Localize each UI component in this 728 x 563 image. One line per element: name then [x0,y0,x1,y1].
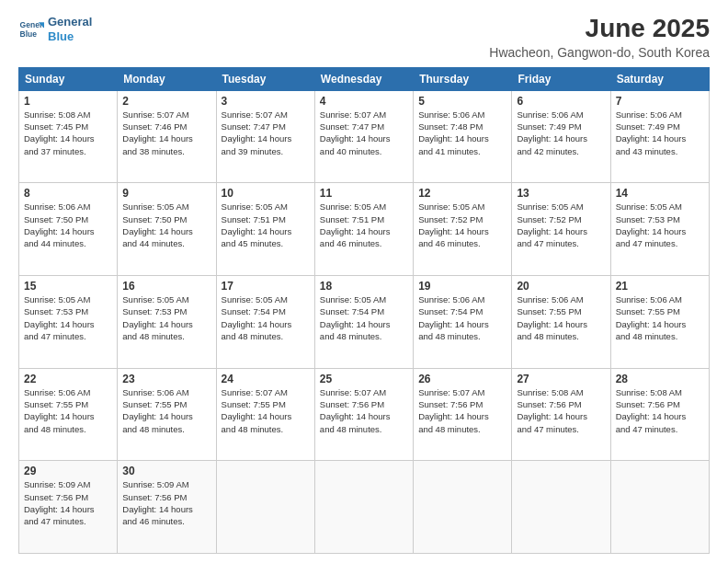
col-tuesday: Tuesday [216,67,314,90]
table-row: 14Sunrise: 5:05 AM Sunset: 7:53 PM Dayli… [610,183,709,276]
day-info: Sunrise: 5:06 AM Sunset: 7:50 PM Dayligh… [24,201,112,249]
logo-icon: General Blue [18,17,44,42]
table-row: 25Sunrise: 5:07 AM Sunset: 7:56 PM Dayli… [314,368,413,461]
table-row: 30Sunrise: 5:09 AM Sunset: 7:56 PM Dayli… [118,461,216,554]
table-row: 10Sunrise: 5:05 AM Sunset: 7:51 PM Dayli… [216,183,314,276]
day-info: Sunrise: 5:05 AM Sunset: 7:54 PM Dayligh… [222,293,310,342]
day-info: Sunrise: 5:08 AM Sunset: 7:45 PM Dayligh… [24,109,112,157]
day-number: 21 [616,280,704,293]
title-block: June 2025 Hwacheon, Gangwon-do, South Ko… [489,15,710,60]
day-number: 26 [418,373,506,385]
calendar-week-row: 29Sunrise: 5:09 AM Sunset: 7:56 PM Dayli… [19,461,710,554]
day-number: 13 [517,187,605,200]
table-row: 23Sunrise: 5:06 AM Sunset: 7:55 PM Dayli… [118,368,216,461]
day-info: Sunrise: 5:08 AM Sunset: 7:56 PM Dayligh… [616,386,704,435]
table-row: 2Sunrise: 5:07 AM Sunset: 7:46 PM Daylig… [118,90,216,183]
logo: General Blue General Blue [18,15,92,43]
day-info: Sunrise: 5:05 AM Sunset: 7:50 PM Dayligh… [122,201,210,249]
day-info: Sunrise: 5:06 AM Sunset: 7:48 PM Dayligh… [418,109,506,157]
day-info: Sunrise: 5:05 AM Sunset: 7:53 PM Dayligh… [122,293,210,342]
day-info: Sunrise: 5:07 AM Sunset: 7:46 PM Dayligh… [122,109,210,157]
day-info: Sunrise: 5:07 AM Sunset: 7:55 PM Dayligh… [222,386,310,435]
calendar-header-row: Sunday Monday Tuesday Wednesday Thursday… [19,67,710,90]
table-row [512,461,610,554]
table-row: 3Sunrise: 5:07 AM Sunset: 7:47 PM Daylig… [216,90,314,183]
calendar-week-row: 15Sunrise: 5:05 AM Sunset: 7:53 PM Dayli… [19,276,710,369]
day-info: Sunrise: 5:09 AM Sunset: 7:56 PM Dayligh… [24,478,112,527]
table-row: 24Sunrise: 5:07 AM Sunset: 7:55 PM Dayli… [216,368,314,461]
day-number: 7 [616,95,704,108]
col-thursday: Thursday [414,67,512,90]
day-number: 27 [517,373,605,385]
table-row: 11Sunrise: 5:05 AM Sunset: 7:51 PM Dayli… [314,183,413,276]
table-row: 1Sunrise: 5:08 AM Sunset: 7:45 PM Daylig… [19,90,118,183]
table-row [216,461,314,554]
table-row [414,461,512,554]
day-number: 19 [418,280,506,293]
table-row: 28Sunrise: 5:08 AM Sunset: 7:56 PM Dayli… [610,368,709,461]
day-info: Sunrise: 5:07 AM Sunset: 7:47 PM Dayligh… [222,109,310,157]
day-info: Sunrise: 5:06 AM Sunset: 7:49 PM Dayligh… [616,109,704,157]
day-info: Sunrise: 5:05 AM Sunset: 7:51 PM Dayligh… [320,201,408,249]
day-info: Sunrise: 5:08 AM Sunset: 7:56 PM Dayligh… [517,386,605,435]
day-number: 25 [320,373,408,385]
day-info: Sunrise: 5:07 AM Sunset: 7:47 PM Dayligh… [320,109,408,157]
day-info: Sunrise: 5:07 AM Sunset: 7:56 PM Dayligh… [418,386,506,435]
day-number: 15 [24,280,112,293]
calendar-subtitle: Hwacheon, Gangwon-do, South Korea [489,45,710,60]
day-info: Sunrise: 5:05 AM Sunset: 7:53 PM Dayligh… [24,293,112,342]
table-row: 8Sunrise: 5:06 AM Sunset: 7:50 PM Daylig… [19,183,118,276]
page: General Blue General Blue June 2025 Hwac… [0,0,728,563]
table-row: 12Sunrise: 5:05 AM Sunset: 7:52 PM Dayli… [414,183,512,276]
col-saturday: Saturday [610,67,709,90]
day-info: Sunrise: 5:05 AM Sunset: 7:53 PM Dayligh… [616,201,704,249]
day-info: Sunrise: 5:07 AM Sunset: 7:56 PM Dayligh… [320,386,408,435]
col-sunday: Sunday [19,67,118,90]
table-row: 29Sunrise: 5:09 AM Sunset: 7:56 PM Dayli… [19,461,118,554]
table-row: 6Sunrise: 5:06 AM Sunset: 7:49 PM Daylig… [512,90,610,183]
day-info: Sunrise: 5:05 AM Sunset: 7:52 PM Dayligh… [517,201,605,249]
day-number: 1 [24,95,112,108]
col-monday: Monday [118,67,216,90]
day-number: 12 [418,187,506,200]
table-row: 9Sunrise: 5:05 AM Sunset: 7:50 PM Daylig… [118,183,216,276]
table-row: 26Sunrise: 5:07 AM Sunset: 7:56 PM Dayli… [414,368,512,461]
day-number: 11 [320,187,408,200]
table-row: 7Sunrise: 5:06 AM Sunset: 7:49 PM Daylig… [610,90,709,183]
day-number: 22 [24,373,112,385]
table-row [610,461,709,554]
day-number: 17 [222,280,310,293]
svg-text:General: General [20,20,44,29]
col-friday: Friday [512,67,610,90]
day-number: 23 [122,373,210,385]
calendar-table: Sunday Monday Tuesday Wednesday Thursday… [18,67,710,554]
table-row: 15Sunrise: 5:05 AM Sunset: 7:53 PM Dayli… [19,276,118,369]
table-row: 13Sunrise: 5:05 AM Sunset: 7:52 PM Dayli… [512,183,610,276]
table-row [314,461,413,554]
header: General Blue General Blue June 2025 Hwac… [18,15,710,60]
day-number: 10 [222,187,310,200]
day-number: 3 [222,95,310,108]
day-number: 28 [616,373,704,385]
calendar-week-row: 22Sunrise: 5:06 AM Sunset: 7:55 PM Dayli… [19,368,710,461]
day-number: 8 [24,187,112,200]
table-row: 17Sunrise: 5:05 AM Sunset: 7:54 PM Dayli… [216,276,314,369]
day-info: Sunrise: 5:06 AM Sunset: 7:49 PM Dayligh… [517,109,605,157]
calendar-title: June 2025 [489,15,710,43]
day-number: 14 [616,187,704,200]
day-info: Sunrise: 5:09 AM Sunset: 7:56 PM Dayligh… [122,478,210,527]
calendar-week-row: 8Sunrise: 5:06 AM Sunset: 7:50 PM Daylig… [19,183,710,276]
day-number: 20 [517,280,605,293]
day-info: Sunrise: 5:05 AM Sunset: 7:54 PM Dayligh… [320,293,408,342]
svg-text:Blue: Blue [20,29,38,38]
day-info: Sunrise: 5:06 AM Sunset: 7:54 PM Dayligh… [418,293,506,342]
day-number: 5 [418,95,506,108]
logo-line2: Blue [48,29,92,44]
day-info: Sunrise: 5:06 AM Sunset: 7:55 PM Dayligh… [24,386,112,435]
day-number: 4 [320,95,408,108]
col-wednesday: Wednesday [314,67,413,90]
day-info: Sunrise: 5:06 AM Sunset: 7:55 PM Dayligh… [616,293,704,342]
table-row: 21Sunrise: 5:06 AM Sunset: 7:55 PM Dayli… [610,276,709,369]
table-row: 16Sunrise: 5:05 AM Sunset: 7:53 PM Dayli… [118,276,216,369]
calendar-week-row: 1Sunrise: 5:08 AM Sunset: 7:45 PM Daylig… [19,90,710,183]
